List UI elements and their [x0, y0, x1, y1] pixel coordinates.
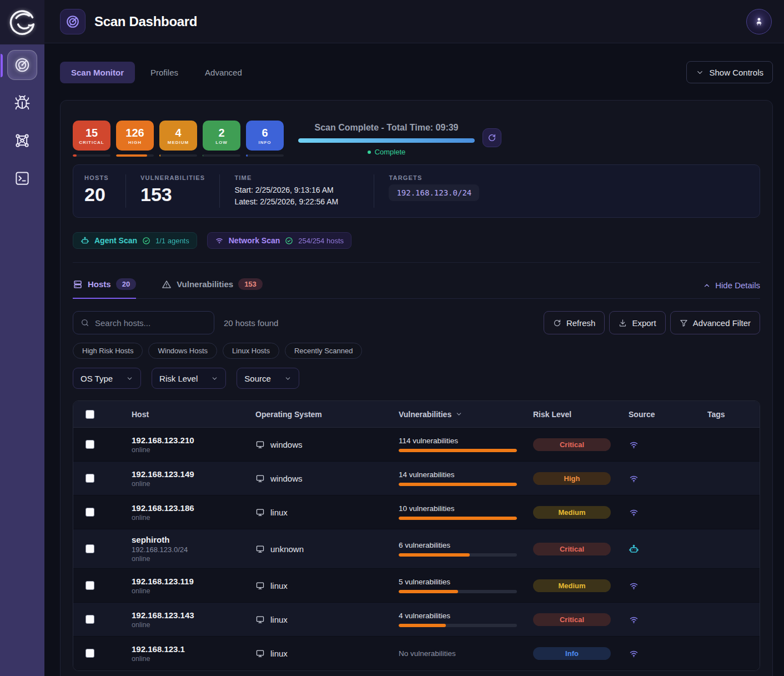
table-row[interactable]: 192.168.123.186 online linux 10 vulnerab…	[73, 495, 760, 529]
severity-mini-bar	[73, 154, 110, 157]
row-checkbox[interactable]	[86, 581, 94, 590]
hide-details-label: Hide Details	[715, 281, 760, 290]
row-checkbox[interactable]	[86, 615, 94, 624]
agent-scan-chip[interactable]: Agent Scan 1/1 agents	[73, 232, 197, 249]
quick-filter-pill[interactable]: Windows Hosts	[148, 343, 217, 359]
export-button[interactable]: Export	[609, 311, 665, 334]
targets-stat-label: TARGETS	[389, 174, 734, 181]
chevron-down-icon	[696, 68, 704, 77]
tab-hosts[interactable]: Hosts 20	[73, 278, 136, 298]
sidebar-item-terminal[interactable]	[7, 163, 37, 193]
table-row[interactable]: 192.168.123.210 online windows 114 vulne…	[73, 428, 760, 462]
show-controls-button[interactable]: Show Controls	[686, 61, 773, 83]
tab-profiles[interactable]: Profiles	[139, 62, 189, 83]
row-checkbox[interactable]	[86, 440, 94, 449]
radar-icon	[66, 14, 80, 29]
severity-count: 15	[86, 127, 98, 139]
severity-count: 126	[125, 127, 144, 139]
table-row[interactable]: sephiroth 192.168.123.0/24 online unknow…	[73, 529, 760, 569]
risk-badge: Critical	[533, 543, 611, 555]
table-row[interactable]: 192.168.123.143 online linux 4 vulnerabi…	[73, 603, 760, 637]
severity-label: HIGH	[128, 140, 142, 145]
network-scan-chip[interactable]: Network Scan 254/254 hosts	[207, 232, 351, 249]
filter-select[interactable]: OS Type	[73, 368, 141, 389]
advanced-filter-button[interactable]: Advanced Filter	[670, 311, 760, 334]
detail-tabs: Hosts 20 Vulnerabilities 153 Hide Detail…	[73, 278, 760, 299]
rescan-button[interactable]	[483, 128, 501, 147]
col-host: Host	[132, 410, 255, 419]
severity-mini-bar	[246, 154, 284, 157]
sidebar-item-vulnerabilities[interactable]	[7, 88, 37, 118]
agent-scan-detail: 1/1 agents	[155, 237, 189, 245]
host-status: online	[132, 446, 255, 454]
os-label: linux	[270, 508, 288, 517]
table-header: Host Operating System Vulnerabilities Ri…	[73, 401, 760, 428]
sidebar-item-scan[interactable]	[7, 50, 37, 80]
scan-progress: Scan Complete - Total Time: 09:39 Comple…	[298, 123, 475, 156]
network-icon	[14, 132, 31, 149]
vuln-bar	[399, 553, 517, 557]
terminal-icon	[14, 170, 31, 187]
network-scan-detail: 254/254 hosts	[298, 237, 344, 245]
os-label: windows	[270, 440, 303, 449]
monitor-icon	[255, 649, 265, 658]
scan-panel: 15 CRITICAL 126 HIGH	[60, 100, 773, 676]
robot-icon	[629, 544, 639, 554]
table-row[interactable]: 192.168.123.1 online linux No vulnerabil…	[73, 637, 760, 670]
chevron-up-icon	[703, 282, 711, 289]
refresh-icon	[553, 319, 561, 327]
quick-filter-pill[interactable]: Recently Scanned	[285, 343, 363, 359]
quick-filter-pill[interactable]: High Risk Hosts	[73, 343, 143, 359]
table-row[interactable]: 192.168.123.119 online linux 5 vulnerabi…	[73, 569, 760, 603]
app-logo[interactable]	[0, 0, 44, 44]
search-input[interactable]	[95, 318, 207, 328]
hosts-count-badge: 20	[116, 278, 136, 290]
user-avatar[interactable]	[746, 9, 772, 34]
severity-cards: 15 CRITICAL 126 HIGH	[73, 121, 284, 157]
bug-icon	[14, 94, 31, 111]
refresh-label: Refresh	[566, 318, 596, 328]
warning-icon	[162, 279, 172, 289]
quick-filters: High Risk Hosts Windows Hosts Linux Host…	[73, 343, 760, 359]
target-chip[interactable]: 192.168.123.0/24	[389, 184, 479, 201]
sidebar-nav	[7, 50, 37, 193]
row-checkbox[interactable]	[86, 544, 94, 553]
filter-select-label: Source	[244, 374, 271, 383]
vulns-stat-value: 153	[140, 184, 205, 205]
vuln-count: 114 vulnerabilities	[399, 437, 516, 445]
divider	[73, 262, 760, 263]
os-label: linux	[270, 581, 288, 590]
chevron-down-icon	[284, 375, 292, 382]
col-vulnerabilities-sort[interactable]: Vulnerabilities	[399, 410, 533, 419]
hosts-tab-label: Hosts	[88, 279, 111, 289]
filter-select[interactable]: Risk Level	[152, 368, 226, 389]
sidebar-item-network[interactable]	[7, 126, 37, 156]
tab-advanced[interactable]: Advanced	[194, 62, 253, 83]
filter-select-label: OS Type	[81, 374, 113, 383]
host-ip: sephiroth	[132, 535, 255, 544]
filter-select[interactable]: Source	[237, 368, 299, 389]
monitor-icon	[255, 474, 265, 483]
col-risk: Risk Level	[533, 410, 629, 419]
refresh-button[interactable]: Refresh	[544, 311, 605, 334]
risk-badge: Critical	[533, 438, 611, 451]
tab-vulnerabilities[interactable]: Vulnerabilities 153	[162, 278, 263, 298]
hide-details-button[interactable]: Hide Details	[703, 281, 760, 298]
row-checkbox[interactable]	[86, 508, 94, 517]
show-controls-label: Show Controls	[709, 68, 763, 77]
severity-count: 2	[218, 127, 224, 139]
os-label: windows	[270, 474, 303, 483]
row-checkbox[interactable]	[86, 649, 94, 658]
table-row[interactable]: 192.168.123.149 online windows 14 vulner…	[73, 462, 760, 495]
advanced-filter-label: Advanced Filter	[693, 318, 751, 328]
tab-scan-monitor[interactable]: Scan Monitor	[60, 62, 135, 83]
quick-filter-pill[interactable]: Linux Hosts	[223, 343, 279, 359]
host-status: online	[132, 621, 255, 629]
host-ip: 192.168.123.210	[132, 435, 255, 445]
select-all-checkbox[interactable]	[86, 410, 94, 419]
severity-mini-bar	[203, 154, 240, 157]
hosts-stat-value: 20	[84, 184, 111, 205]
row-checkbox[interactable]	[86, 474, 94, 483]
download-icon	[619, 319, 627, 327]
severity-label: MEDIUM	[168, 140, 189, 145]
